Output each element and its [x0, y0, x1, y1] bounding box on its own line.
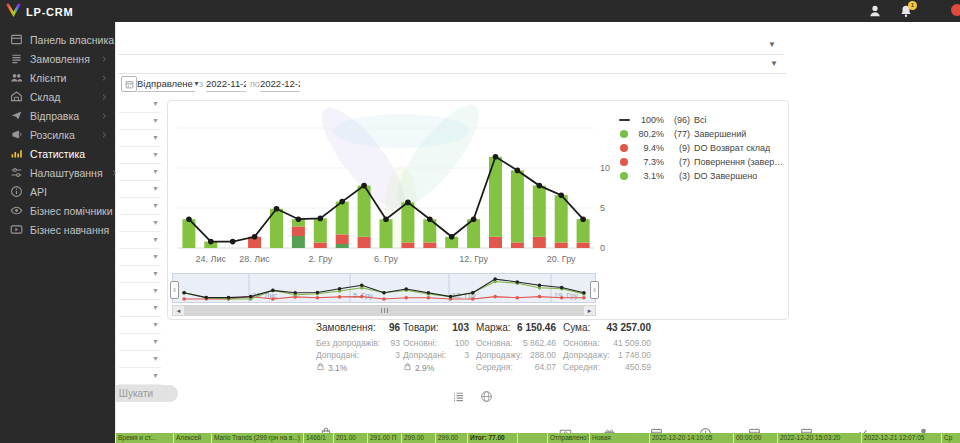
svg-text:24. Лис: 24. Лис [196, 254, 227, 264]
table-row[interactable]: Время и ст...АлексейMario Trands (299 гр… [116, 433, 960, 443]
sidebar-item-stats[interactable]: Статистика [0, 144, 115, 163]
navigator-handle-left[interactable]: ‖ [170, 281, 179, 299]
navigator-handle-right[interactable]: ‖ [590, 281, 599, 299]
side-filter-select-3[interactable]: ▼ [119, 130, 161, 147]
chevron-down-icon: ▼ [152, 321, 159, 328]
summary-row: Середня:64.07 [476, 361, 556, 373]
table-cell: Итог: 77.00 [468, 433, 518, 443]
table-cell: 291.00 П [368, 433, 402, 443]
upsell-badge: 2.9% [403, 362, 469, 373]
chart-type-table-button[interactable] [452, 389, 466, 403]
table-cell: 299.00 [402, 433, 436, 443]
sidebar-item-label: Налаштування [30, 167, 103, 179]
chart-navigator[interactable]: 28. Лис5. Гру12. Гру19. Гру ‖ ‖ [172, 273, 596, 303]
sidebar-item-video[interactable]: Бізнес навчання [0, 220, 115, 239]
sidebar-item-orders[interactable]: Замовлення [0, 49, 115, 68]
table-cell: 2022-12-20 14:10:05 [650, 433, 734, 443]
filter-select-2[interactable]: ▼ [118, 55, 786, 74]
legend-swatch-icon [618, 144, 630, 152]
chart-legend: 100%(96)Всі80.2%(77)Завершений9.4%(9)DO … [618, 113, 786, 183]
date-type-select[interactable]: Відправлене ▼ [137, 75, 195, 92]
date-from-input[interactable] [206, 75, 246, 92]
status-dot-icon[interactable] [951, 4, 960, 16]
table-cell: Алексей [174, 433, 212, 443]
legend-label: Повернення (завершений) [694, 157, 786, 167]
legend-count: (77) [668, 129, 690, 139]
sidebar-item-megaphone[interactable]: Розсилка [0, 125, 115, 144]
side-filter-select-16[interactable]: ▼ [119, 351, 161, 368]
send-icon [10, 109, 23, 122]
side-filter-select-13[interactable]: ▼ [119, 300, 161, 317]
scrollbar-thumb[interactable] [184, 306, 584, 315]
summary-row: Основна:5 862.46 [476, 337, 556, 349]
side-filter-select-4[interactable]: ▼ [119, 147, 161, 164]
date-to-input[interactable] [260, 75, 300, 92]
legend-swatch-icon [618, 158, 630, 166]
sidebar-item-clients[interactable]: Клієнти [0, 68, 115, 87]
table-cell: 201.00 [334, 433, 368, 443]
legend-count: (9) [668, 143, 690, 153]
legend-item-3[interactable]: 9.4%(9)DO Возврат склад [618, 141, 786, 155]
side-filter-select-8[interactable]: ▼ [119, 215, 161, 232]
summary-title: Маржа:6 150.46 [476, 322, 556, 333]
bag-icon [316, 362, 325, 373]
side-filter-select-15[interactable]: ▼ [119, 334, 161, 351]
side-filter-select-10[interactable]: ▼ [119, 249, 161, 266]
legend-percent: 100% [634, 115, 664, 125]
sidebar-item-info[interactable]: API [0, 182, 115, 201]
clients-icon [10, 71, 23, 84]
svg-text:6. Гру: 6. Гру [374, 254, 398, 264]
chevron-right-icon [100, 131, 108, 139]
side-filter-select-17[interactable]: ▼ [119, 368, 161, 385]
side-filter-select-1[interactable]: ▼ [119, 96, 161, 113]
legend-item-2[interactable]: 80.2%(77)Завершений [618, 127, 786, 141]
app-root: LP-CRM 1 Панель власникаЗамовленняКлієнт… [0, 0, 960, 443]
chevron-down-icon: ▼ [152, 236, 159, 243]
side-filter-select-11[interactable]: ▼ [119, 266, 161, 283]
legend-percent: 7.3% [634, 157, 664, 167]
side-filter-select-12[interactable]: ▼ [119, 283, 161, 300]
summary-row: Середня:450.59 [563, 361, 651, 373]
svg-text:20. Гру: 20. Гру [547, 254, 576, 264]
chevron-down-icon: ▼ [152, 202, 159, 209]
scroll-right-button[interactable]: ▸ [584, 306, 595, 315]
side-filter-select-7[interactable]: ▼ [119, 198, 161, 215]
side-filter-select-9[interactable]: ▼ [119, 232, 161, 249]
chevron-down-icon: ▼ [152, 304, 159, 311]
statistics-chart-card: 24. Лис28. Лис2. Гру6. Гру12. Гру20. Гру… [167, 100, 789, 320]
svg-text:10: 10 [600, 163, 610, 173]
chevron-down-icon: ▼ [152, 372, 159, 379]
summary-column-4: Сума:43 257.00Основна:41 509.00Допродажу… [563, 322, 651, 373]
chevron-down-icon: ▼ [152, 185, 159, 192]
orders-chart-plot[interactable]: 24. Лис28. Лис2. Гру6. Гру12. Гру20. Гру… [170, 105, 622, 277]
brand: LP-CRM [6, 3, 74, 21]
legend-item-1[interactable]: 100%(96)Всі [618, 113, 786, 127]
side-filter-select-14[interactable]: ▼ [119, 317, 161, 334]
table-cell: 00:00:00 [734, 433, 778, 443]
side-filter-select-5[interactable]: ▼ [119, 164, 161, 181]
sidebar-item-send[interactable]: Відправка [0, 106, 115, 125]
table-cell: 2022-12-21 12:07:05 [862, 433, 942, 443]
table-cell: Новая [590, 433, 650, 443]
sidebar-item-label: Клієнти [30, 72, 66, 84]
chevron-down-icon: ▼ [152, 270, 159, 277]
legend-item-4[interactable]: 7.3%(7)Повернення (завершений) [618, 155, 786, 169]
legend-item-5[interactable]: 3.1%(3)DO Завершено [618, 169, 786, 183]
chart-type-globe-button[interactable] [480, 389, 494, 403]
calendar-button[interactable] [121, 76, 137, 92]
side-filter-select-6[interactable]: ▼ [119, 181, 161, 198]
filter-select-1[interactable]: ▼ [118, 36, 784, 55]
chevron-down-icon: ▼ [152, 117, 159, 124]
chevron-right-icon [100, 74, 108, 82]
summary-row: Без допродажів:93 [316, 337, 400, 349]
user-icon[interactable] [868, 4, 882, 18]
chevron-right-icon [100, 55, 108, 63]
sidebar-item-sliders[interactable]: Налаштування [0, 163, 115, 182]
sidebar-item-warehouse[interactable]: Склад [0, 87, 115, 106]
panel-icon [10, 33, 23, 46]
scroll-left-button[interactable]: ◂ [173, 306, 184, 315]
side-filter-select-2[interactable]: ▼ [119, 113, 161, 130]
svg-text:2. Гру: 2. Гру [308, 254, 332, 264]
sidebar-item-panel[interactable]: Панель власника [0, 30, 115, 49]
sidebar-item-eye[interactable]: Бізнес помічники [0, 201, 115, 220]
